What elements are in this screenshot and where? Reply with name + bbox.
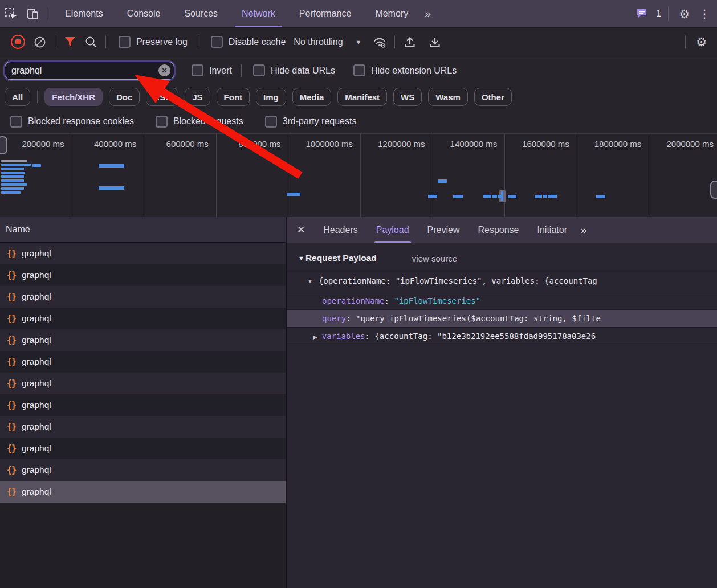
advanced-filter-row: Blocked response cookies Blocked request… (0, 109, 717, 134)
request-bar (428, 195, 437, 198)
payload-value: "ipFlowTimeseries" (394, 296, 480, 305)
request-name: graphql (22, 313, 51, 324)
hide-extension-urls-label: Hide extension URLs (371, 66, 457, 76)
request-bar (535, 195, 542, 198)
request-row[interactable]: {}graphql (0, 373, 286, 394)
clear-filter-icon[interactable]: ✕ (158, 64, 170, 76)
type-chip-js[interactable]: JS (185, 88, 210, 106)
clear-network-log-icon[interactable] (30, 32, 50, 52)
request-bar (508, 195, 516, 198)
type-chip-other[interactable]: Other (474, 88, 512, 106)
details-tab-headers[interactable]: Headers (314, 217, 366, 243)
more-tabs-icon[interactable]: » (420, 7, 434, 20)
json-request-icon: {} (7, 378, 16, 389)
type-chip-img[interactable]: Img (256, 88, 286, 106)
disable-cache-checkbox[interactable] (211, 36, 223, 48)
kebab-menu-icon[interactable]: ⋮ (695, 8, 717, 19)
name-column-header[interactable]: Name (0, 217, 286, 243)
timeline-right-handle[interactable] (710, 181, 717, 199)
request-row[interactable]: {}graphql (0, 286, 286, 308)
preserve-log-checkbox[interactable] (119, 36, 131, 48)
details-tab-initiator[interactable]: Initiator (528, 217, 576, 243)
device-toolbar-icon[interactable] (22, 4, 43, 23)
json-request-icon: {} (7, 313, 16, 324)
request-row[interactable]: {}graphql (0, 243, 286, 264)
third-party-requests-checkbox[interactable] (265, 116, 277, 128)
payload-entry-operationName[interactable]: operationName: "ipFlowTimeseries" (287, 292, 717, 309)
hide-data-urls-checkbox[interactable] (253, 64, 265, 76)
request-row[interactable]: {}graphql (0, 438, 286, 459)
divider (685, 36, 686, 48)
request-bar (501, 191, 503, 201)
invert-checkbox[interactable] (192, 64, 203, 76)
type-chip-media[interactable]: Media (292, 88, 332, 106)
blocked-response-cookies-checkbox[interactable] (10, 116, 22, 128)
request-bar (453, 195, 463, 198)
request-row[interactable]: {}graphql (0, 459, 286, 481)
payload-entry-query[interactable]: query: "query ipFlowTimeseries($accountT… (287, 309, 717, 327)
type-chip-css[interactable]: CSS (146, 88, 178, 106)
request-rows: {}graphql{}graphql{}graphql{}graphql{}gr… (0, 243, 286, 588)
network-conditions-icon[interactable] (369, 32, 390, 52)
type-chip-ws[interactable]: WS (393, 88, 422, 106)
filter-input[interactable] (5, 66, 174, 76)
request-row[interactable]: {}graphql (0, 416, 286, 438)
json-request-icon: {} (7, 443, 16, 454)
issues-message-icon[interactable] (631, 4, 653, 23)
record-network-log-icon[interactable] (11, 35, 25, 49)
settings-gear-icon[interactable]: ⚙ (673, 8, 695, 20)
details-tab-preview[interactable]: Preview (418, 217, 469, 243)
blocked-response-cookies-label: Blocked response cookies (28, 116, 134, 126)
separator: : (346, 314, 356, 323)
request-row[interactable]: {}graphql (0, 308, 286, 329)
tab-console[interactable]: Console (115, 0, 173, 27)
payload-entry-variables[interactable]: ▶variables: {accountTag: "b12e3b2192ee55… (287, 327, 717, 345)
collapsed-triangle-icon[interactable]: ▶ (313, 334, 317, 340)
expanded-triangle-icon[interactable]: ▼ (307, 278, 313, 284)
devtools-main-tabbar: ElementsConsoleSourcesNetworkPerformance… (0, 0, 717, 28)
details-tab-payload[interactable]: Payload (367, 217, 418, 243)
tab-performance[interactable]: Performance (287, 0, 364, 27)
type-chip-manifest[interactable]: Manifest (337, 88, 387, 106)
tab-sources[interactable]: Sources (172, 0, 230, 27)
request-bar (1, 187, 24, 190)
request-bar (99, 186, 124, 190)
type-chip-all[interactable]: All (5, 88, 30, 106)
more-details-tabs-icon[interactable]: » (576, 224, 590, 236)
inspect-element-icon[interactable] (0, 4, 22, 23)
view-source-link[interactable]: view source (412, 254, 457, 263)
network-settings-gear-icon[interactable]: ⚙ (690, 36, 717, 48)
blocked-requests-checkbox[interactable] (156, 116, 168, 128)
json-request-icon: {} (7, 248, 16, 259)
tab-elements[interactable]: Elements (53, 0, 115, 27)
filter-funnel-icon[interactable] (60, 32, 80, 52)
timeline-tick-label: 400000 ms (72, 134, 145, 218)
request-bar (1, 160, 27, 162)
request-row[interactable]: {}graphql (0, 264, 286, 286)
request-row[interactable]: {}graphql (0, 481, 286, 503)
tab-network[interactable]: Network (230, 0, 287, 27)
timeline-left-handle[interactable] (0, 136, 7, 154)
tab-memory[interactable]: Memory (363, 0, 420, 27)
type-chip-fetch-xhr[interactable]: Fetch/XHR (44, 88, 103, 106)
type-chip-wasm[interactable]: Wasm (428, 88, 468, 106)
json-request-icon: {} (7, 292, 16, 302)
search-icon[interactable] (80, 32, 101, 52)
collapse-triangle-icon[interactable]: ▼ (298, 255, 304, 262)
hide-data-urls-label: Hide data URLs (271, 66, 335, 76)
request-row[interactable]: {}graphql (0, 351, 286, 373)
import-har-icon[interactable] (400, 32, 420, 52)
throttling-select[interactable]: No throttling ▼ (294, 37, 361, 47)
payload-value: "query ipFlowTimeseries($accountTag: str… (356, 314, 601, 323)
details-tab-response[interactable]: Response (469, 217, 528, 243)
request-row[interactable]: {}graphql (0, 394, 286, 416)
close-details-icon[interactable]: ✕ (287, 224, 314, 236)
network-overview-timeline[interactable]: 200000 ms400000 ms600000 ms800000 ms1000… (0, 134, 717, 219)
type-chip-font[interactable]: Font (217, 88, 250, 106)
hide-extension-urls-checkbox[interactable] (353, 64, 365, 76)
payload-summary-row[interactable]: ▼ {operationName: "ipFlowTimeseries", va… (287, 270, 717, 292)
request-row[interactable]: {}graphql (0, 329, 286, 351)
export-har-icon[interactable] (425, 32, 445, 52)
type-chip-doc[interactable]: Doc (109, 88, 140, 106)
devtools-window: ElementsConsoleSourcesNetworkPerformance… (0, 0, 717, 588)
